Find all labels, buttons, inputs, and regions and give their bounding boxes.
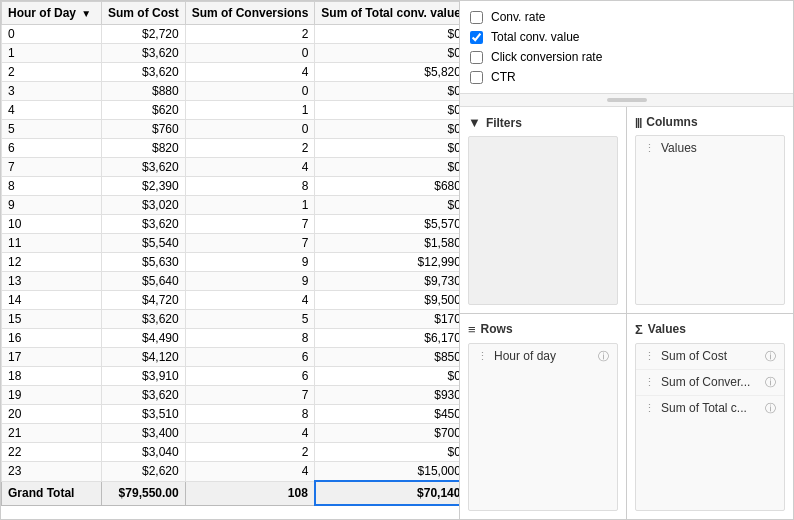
cell-4-2: 1 — [185, 101, 315, 120]
cell-9-1: $3,020 — [102, 196, 186, 215]
cell-21-2: 4 — [185, 424, 315, 443]
values-header: Σ Values — [635, 322, 785, 337]
checkbox-conv-rate-input[interactable] — [470, 11, 483, 24]
cell-10-2: 7 — [185, 215, 315, 234]
table-row: 15$3,6205$170 — [2, 310, 460, 329]
columns-title: Columns — [646, 115, 697, 129]
cell-13-1: $5,640 — [102, 272, 186, 291]
table-row: 20$3,5108$450 — [2, 405, 460, 424]
cell-17-0: 17 — [2, 348, 102, 367]
checkbox-conv-rate-label: Conv. rate — [491, 10, 545, 24]
cell-20-3: $450 — [315, 405, 459, 424]
cell-16-2: 8 — [185, 329, 315, 348]
cell-0-1: $2,720 — [102, 25, 186, 44]
columns-header: ||| Columns — [635, 115, 785, 129]
table-panel: Hour of Day ▼ Sum of Cost Sum of Convers… — [0, 0, 460, 520]
columns-values-item[interactable]: ⋮ Values — [636, 136, 784, 160]
cell-15-3: $170 — [315, 310, 459, 329]
values-sum-cost-label: Sum of Cost — [661, 349, 765, 363]
cell-23-3: $15,000 — [315, 462, 459, 482]
cell-6-0: 6 — [2, 139, 102, 158]
table-row: 8$2,3908$680 — [2, 177, 460, 196]
cell-1-1: $3,620 — [102, 44, 186, 63]
table-row: 17$4,1206$850 — [2, 348, 460, 367]
cell-6-1: $820 — [102, 139, 186, 158]
checkbox-conv-rate[interactable]: Conv. rate — [470, 7, 783, 27]
cell-7-3: $0 — [315, 158, 459, 177]
cell-8-3: $680 — [315, 177, 459, 196]
cell-13-0: 13 — [2, 272, 102, 291]
values-sum-conversions-item[interactable]: ⋮ Sum of Conver... ⓘ — [636, 370, 784, 396]
cell-2-2: 4 — [185, 63, 315, 82]
checkbox-total-conv-input[interactable] — [470, 31, 483, 44]
checkbox-click-rate[interactable]: Click conversion rate — [470, 47, 783, 67]
cell-21-0: 21 — [2, 424, 102, 443]
col-header-conversions[interactable]: Sum of Conversions — [185, 2, 315, 25]
drag-handle-bar[interactable] — [460, 94, 793, 107]
cell-14-0: 14 — [2, 291, 102, 310]
cell-19-3: $930 — [315, 386, 459, 405]
values-sum-total-label: Sum of Total c... — [661, 401, 765, 415]
cell-8-1: $2,390 — [102, 177, 186, 196]
cell-8-0: 8 — [2, 177, 102, 196]
cell-15-0: 15 — [2, 310, 102, 329]
footer-total: $70,140 — [315, 481, 459, 505]
cell-2-1: $3,620 — [102, 63, 186, 82]
cell-5-3: $0 — [315, 120, 459, 139]
cell-4-0: 4 — [2, 101, 102, 120]
values-section: Σ Values ⋮ Sum of Cost ⓘ ⋮ Sum of Conver… — [627, 314, 793, 520]
rows-info-icon[interactable]: ⓘ — [598, 349, 609, 364]
cell-21-1: $3,400 — [102, 424, 186, 443]
cell-14-3: $9,500 — [315, 291, 459, 310]
values-conv-grip: ⋮ — [644, 376, 655, 389]
cell-13-3: $9,730 — [315, 272, 459, 291]
rows-hour-of-day-item[interactable]: ⋮ Hour of day ⓘ — [469, 344, 617, 369]
values-total-info-icon[interactable]: ⓘ — [765, 401, 776, 416]
values-sum-conversions-label: Sum of Conver... — [661, 375, 765, 389]
checkbox-ctr-input[interactable] — [470, 71, 483, 84]
rows-title: Rows — [481, 322, 513, 336]
cell-5-0: 5 — [2, 120, 102, 139]
cell-22-1: $3,040 — [102, 443, 186, 462]
cell-1-2: 0 — [185, 44, 315, 63]
cell-3-3: $0 — [315, 82, 459, 101]
values-sum-total-item[interactable]: ⋮ Sum of Total c... ⓘ — [636, 396, 784, 421]
table-scroll[interactable]: Hour of Day ▼ Sum of Cost Sum of Convers… — [1, 1, 459, 519]
cell-4-1: $620 — [102, 101, 186, 120]
table-row: 9$3,0201$0 — [2, 196, 460, 215]
cell-10-1: $3,620 — [102, 215, 186, 234]
footer-cost: $79,550.00 — [102, 481, 186, 505]
table-row: 12$5,6309$12,990 — [2, 253, 460, 272]
cell-11-1: $5,540 — [102, 234, 186, 253]
cell-23-2: 4 — [185, 462, 315, 482]
col-header-total[interactable]: Sum of Total conv. value — [315, 2, 459, 25]
drag-dot — [607, 98, 647, 102]
values-conv-info-icon[interactable]: ⓘ — [765, 375, 776, 390]
cell-0-2: 2 — [185, 25, 315, 44]
cell-15-1: $3,620 — [102, 310, 186, 329]
table-row: 13$5,6409$9,730 — [2, 272, 460, 291]
table-row: 16$4,4908$6,170 — [2, 329, 460, 348]
checkbox-total-conv[interactable]: Total conv. value — [470, 27, 783, 47]
values-sum-cost-item[interactable]: ⋮ Sum of Cost ⓘ — [636, 344, 784, 370]
cell-11-0: 11 — [2, 234, 102, 253]
cell-0-0: 0 — [2, 25, 102, 44]
col-header-cost[interactable]: Sum of Cost — [102, 2, 186, 25]
filter-icon[interactable]: ▼ — [81, 8, 91, 19]
cell-19-0: 19 — [2, 386, 102, 405]
filters-body[interactable] — [468, 136, 618, 305]
cell-14-1: $4,720 — [102, 291, 186, 310]
cell-20-2: 8 — [185, 405, 315, 424]
values-section-icon: Σ — [635, 322, 643, 337]
table-row: 22$3,0402$0 — [2, 443, 460, 462]
cell-7-0: 7 — [2, 158, 102, 177]
cell-21-3: $700 — [315, 424, 459, 443]
col-header-hour[interactable]: Hour of Day ▼ — [2, 2, 102, 25]
rows-header: ≡ Rows — [468, 322, 618, 337]
table-row: 4$6201$0 — [2, 101, 460, 120]
cell-22-3: $0 — [315, 443, 459, 462]
checkbox-ctr[interactable]: CTR — [470, 67, 783, 87]
checkbox-click-rate-input[interactable] — [470, 51, 483, 64]
values-cost-info-icon[interactable]: ⓘ — [765, 349, 776, 364]
cell-10-3: $5,570 — [315, 215, 459, 234]
